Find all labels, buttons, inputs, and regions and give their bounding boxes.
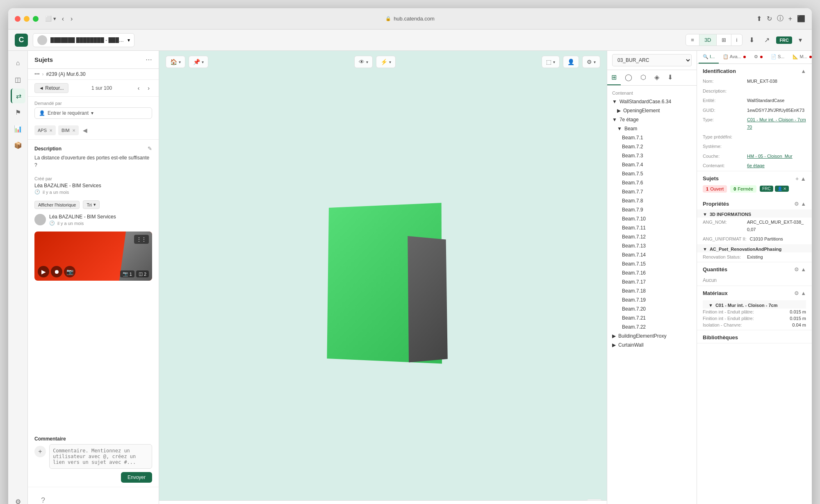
- tree-item-beam75[interactable]: Beam.7.5: [617, 169, 697, 178]
- tree-item-beam715[interactable]: Beam.7.15: [617, 259, 697, 268]
- viewer-eye-btn[interactable]: 👁 ▾: [355, 56, 372, 68]
- props-tab-identification[interactable]: 🔍 I...: [699, 51, 719, 64]
- tree-tab-hex[interactable]: ⬡: [636, 70, 650, 85]
- media-play-btn[interactable]: ▶: [38, 266, 49, 277]
- info-btn[interactable]: ⓘ: [777, 14, 784, 23]
- tree-item-beam717[interactable]: Beam.7.17: [617, 277, 697, 286]
- sidebar-models-btn[interactable]: ◫: [11, 72, 25, 87]
- tree-item-beam719[interactable]: Beam.7.19: [617, 295, 697, 304]
- sidebar-charts-btn[interactable]: 📊: [11, 121, 25, 136]
- prop-type-value[interactable]: C01 - Mur int. - Cloison - 7cm 70: [747, 116, 806, 131]
- tree-item-beam713[interactable]: Beam.7.13: [617, 241, 697, 250]
- sidebar-issues-btn[interactable]: ⇄: [11, 89, 25, 103]
- media-options-btn[interactable]: ⋮⋮: [134, 235, 149, 244]
- issue-requester[interactable]: 👤 Entrer le requérant ▾: [34, 107, 152, 119]
- sidebar-home-btn[interactable]: ⌂: [11, 56, 25, 70]
- collapse-section-btn[interactable]: ▲: [801, 68, 806, 74]
- lang-chevron-btn[interactable]: ▾: [795, 34, 805, 45]
- new-tab-btn[interactable]: +: [788, 15, 792, 23]
- maximize-button[interactable]: [33, 16, 39, 22]
- tree-item-beam77[interactable]: Beam.7.7: [617, 187, 697, 196]
- props-tab-s[interactable]: 📄 S...: [767, 51, 789, 64]
- viewer-filter-btn[interactable]: ⚡ ▾: [376, 56, 395, 68]
- tree-item-beam714[interactable]: Beam.7.14: [617, 250, 697, 259]
- tree-item-beam711[interactable]: Beam.7.11: [617, 223, 697, 232]
- tree-item-beam712[interactable]: Beam.7.12: [617, 232, 697, 241]
- tree-item-curtainwall[interactable]: ▶ CurtainWall: [607, 341, 697, 350]
- comment-add-btn[interactable]: +: [34, 446, 46, 457]
- props-tab-available[interactable]: 📋 Ava...: [719, 51, 749, 64]
- props-tab-gear[interactable]: ⚙: [750, 51, 767, 64]
- next-btn[interactable]: ›: [145, 84, 152, 92]
- media-camera-btn[interactable]: 📷: [64, 266, 75, 277]
- close-button[interactable]: [15, 16, 20, 22]
- properties-filter-btn[interactable]: ⚙: [794, 201, 799, 207]
- material-name-title[interactable]: ▼ C01 - Mur int. - Cloison - 7cm: [703, 300, 806, 309]
- view-info-btn[interactable]: i: [731, 34, 743, 45]
- comment-textarea[interactable]: [49, 444, 152, 469]
- collapse-btn[interactable]: ◀: [81, 125, 89, 135]
- send-btn[interactable]: Envoyer: [121, 472, 152, 483]
- sidebar-toggle-btn[interactable]: ⬜ ▾: [45, 16, 56, 22]
- viewer-select-btn[interactable]: ⬚ ▾: [542, 56, 559, 68]
- prop-contenant-value[interactable]: 6e étage: [747, 162, 806, 170]
- tree-item-beam79[interactable]: Beam.7.9: [617, 205, 697, 214]
- sort-btn[interactable]: Tri ▾: [83, 200, 99, 209]
- tree-item-beam710[interactable]: Beam.7.10: [617, 214, 697, 223]
- tree-item-beam73[interactable]: Beam.7.3: [617, 151, 697, 160]
- tree-select[interactable]: 03_BUR_ARC: [612, 54, 692, 66]
- tree-item-beam71[interactable]: Beam.7.1: [617, 133, 697, 142]
- tree-item-beam72[interactable]: Beam.7.2: [617, 142, 697, 151]
- ac-pset-title[interactable]: ▼ AC_Pset_RenovationAndPhasing: [697, 244, 812, 252]
- share-icon-btn[interactable]: ↗: [761, 34, 773, 45]
- tag-aps-remove[interactable]: ✕: [49, 128, 52, 133]
- quantities-collapse-btn[interactable]: ▲: [801, 266, 806, 272]
- history-btn[interactable]: Afficher l'historique: [34, 201, 80, 209]
- tree-item-beam716[interactable]: Beam.7.16: [617, 268, 697, 277]
- tree-item-buildingelementproxy[interactable]: ▶ BuildingElementProxy: [607, 331, 697, 341]
- viewer-home-btn[interactable]: 🏠 ▾: [166, 56, 185, 68]
- subjects-add-btn[interactable]: +: [795, 175, 799, 182]
- props-tab-m[interactable]: 📐 M...: [788, 51, 812, 64]
- view-list-btn[interactable]: ≡: [686, 34, 699, 45]
- tag-bim-remove[interactable]: ✕: [72, 128, 75, 133]
- tree-item-beam74[interactable]: Beam.7.4: [617, 160, 697, 169]
- tree-item-beam720[interactable]: Beam.7.20: [617, 304, 697, 313]
- tabs-btn[interactable]: ⬛: [797, 15, 805, 23]
- media-record-btn[interactable]: ⏺: [51, 266, 62, 277]
- 3d-informations-title[interactable]: ▼ 3D INFORMATIONS: [697, 209, 812, 218]
- tree-item-beam76[interactable]: Beam.7.6: [617, 178, 697, 187]
- materials-collapse-btn[interactable]: ▲: [801, 290, 806, 296]
- prev-btn[interactable]: ‹: [135, 84, 142, 92]
- help-btn[interactable]: ?: [34, 491, 52, 504]
- forward-arrow-btn[interactable]: ›: [68, 14, 75, 23]
- tree-tab-table[interactable]: ⊞: [607, 70, 621, 85]
- properties-collapse-btn[interactable]: ▲: [801, 201, 806, 207]
- tree-item-beam722[interactable]: Beam.7.22: [617, 322, 697, 331]
- share-btn[interactable]: ⬆: [756, 15, 762, 23]
- viewer-user-btn[interactable]: 👤: [563, 56, 579, 68]
- tree-item-beam78[interactable]: Beam.7.8: [617, 196, 697, 205]
- tree-item-beam[interactable]: ▼ Beam: [612, 124, 697, 133]
- tree-tab-download[interactable]: ⬇: [663, 70, 677, 85]
- subjects-collapse-btn[interactable]: ▲: [800, 175, 806, 182]
- tree-tab-circle[interactable]: ◯: [621, 70, 636, 85]
- viewer-pin-btn[interactable]: 📌 ▾: [189, 56, 208, 68]
- tree-item-wallstandardcase[interactable]: ▼ WallStandardCase.6.34: [607, 97, 697, 106]
- tree-tab-layers[interactable]: ◈: [650, 70, 663, 85]
- refresh-btn[interactable]: ↻: [767, 15, 772, 23]
- view-3d-btn[interactable]: 3D: [699, 34, 717, 45]
- account-selector[interactable]: ███████ ████████ - ████████ ▾: [33, 33, 134, 47]
- description-edit-btn[interactable]: ✎: [148, 145, 152, 152]
- tree-item-openingelement[interactable]: ▶ OpeningElement: [612, 106, 697, 115]
- tree-item-beam718[interactable]: Beam.7.18: [617, 286, 697, 295]
- viewer-settings-btn[interactable]: ⚙ ▾: [583, 56, 600, 68]
- user-remove-btn[interactable]: ✕: [783, 186, 786, 191]
- tree-item-7etage[interactable]: ▼ 7e étage: [607, 115, 697, 124]
- back-btn[interactable]: ◄ Retour...: [34, 83, 68, 93]
- tree-item-beam721[interactable]: Beam.7.21: [617, 313, 697, 322]
- sidebar-flags-btn[interactable]: ⚑: [11, 105, 25, 120]
- back-arrow-btn[interactable]: ‹: [59, 14, 66, 23]
- issues-more-btn[interactable]: ⋯: [146, 56, 152, 64]
- minimize-button[interactable]: [24, 16, 30, 22]
